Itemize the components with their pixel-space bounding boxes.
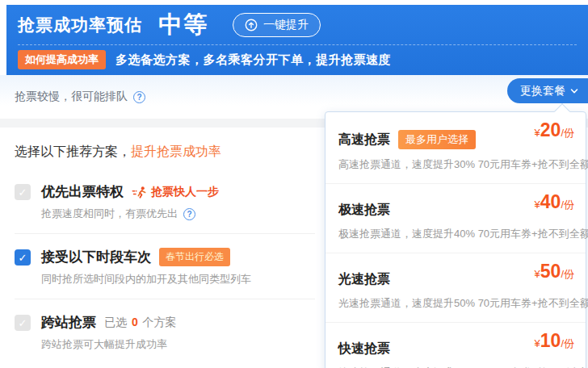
priority-desc-text: 抢票速度相同时，有票优先出	[41, 207, 178, 221]
queue-status-text: 抢票较慢，很可能排队	[15, 90, 128, 104]
package-item-highspeed[interactable]: 高速抢票 最多用户选择 高速抢票通道，速度提升30% 70元用车券+抢不到全额退…	[326, 112, 586, 184]
priority-checkbox[interactable]: ✓	[15, 184, 31, 200]
boost-button-label: 一键提升	[263, 18, 309, 32]
selected-suffix: 个方案	[143, 316, 177, 328]
page-title: 抢票成功率预估	[18, 14, 142, 36]
currency-symbol: ¥	[535, 268, 540, 280]
timeslot-content: 接受以下时段车次 春节出行必选 同时抢所选时间段内的加开及其他同类型列车	[41, 248, 251, 286]
extreme-price: ¥40/份	[535, 191, 574, 213]
price-unit: /份	[561, 337, 574, 349]
fast-name: 快速抢票	[338, 341, 390, 358]
currency-symbol: ¥	[535, 199, 540, 211]
priority-badge-label: 抢票快人一步	[151, 185, 219, 199]
cross-station-desc-text: 跨站抢票可大幅提升成功率	[41, 337, 167, 352]
cross-station-checkbox[interactable]: ✓	[15, 315, 31, 331]
package-item-lightspeed[interactable]: 光速抢票 光速抢票通道，速度提升50% 70元用车券+抢不到全额退款 ¥50/份	[326, 253, 586, 323]
grab-ticket-page: 抢票成功率预估 中等 一键提升 如何提高成功率 多选备选方案，多名乘客分开下单，…	[0, 0, 588, 368]
option-cross-station: ✓ 跨站抢票 已选 0 个方案 跨站抢票可大幅提升成功率	[15, 299, 315, 364]
priority-help-icon[interactable]: ?	[183, 208, 195, 220]
timeslot-desc: 同时抢所选时间段内的加开及其他同类型列车	[41, 272, 251, 286]
extreme-name: 极速抢票	[338, 202, 390, 219]
timeslot-checkbox[interactable]: ✓	[15, 249, 31, 266]
most-popular-badge: 最多用户选择	[398, 130, 476, 149]
selected-count: 0	[130, 316, 140, 328]
header-title-row: 抢票成功率预估 中等 一键提升	[18, 5, 577, 44]
option-accept-timeslot: ✓ 接受以下时段车次 春节出行必选 同时抢所选时间段内的加开及其他同类型列车	[15, 234, 315, 299]
cross-station-desc: 跨站抢票可大幅提升成功率	[41, 337, 177, 352]
price-value: 50	[540, 261, 561, 282]
check-icon: ✓	[19, 253, 27, 263]
recommend-heading: 选择以下推荐方案，提升抢票成功率	[15, 144, 325, 161]
check-icon: ✓	[19, 318, 27, 328]
option-priority-ticket: ✓ 优先出票特权 抢票快人一步 抢票速度相同时，有票	[15, 169, 315, 234]
recommend-section: 选择以下推荐方案，提升抢票成功率 ✓ 优先出票特权 抢票快人一步	[0, 128, 325, 368]
price-value: 10	[540, 330, 561, 351]
extreme-desc: 极速抢票通道，速度提升40% 70元用车券+抢不到全额退款	[338, 227, 573, 241]
price-unit: /份	[561, 268, 574, 280]
cross-station-title: 跨站抢票	[41, 313, 96, 332]
selected-prefix: 已选	[104, 316, 127, 328]
timeslot-title-line: 接受以下时段车次 春节出行必选	[41, 248, 251, 266]
cross-station-title-line: 跨站抢票 已选 0 个方案	[41, 313, 177, 332]
chevron-down-icon	[570, 87, 578, 95]
priority-content: 优先出票特权 抢票快人一步 抢票速度相同时，有票优先出 ?	[41, 182, 219, 221]
change-package-label: 更换套餐	[520, 84, 565, 98]
price-value: 40	[540, 191, 561, 212]
fast-price: ¥10/份	[535, 330, 574, 352]
package-item-fast[interactable]: 快速抢票 快速抢票通道，速度提升25% 50元用车券+抢不到全额退款 ¥10/份	[326, 323, 586, 368]
priority-desc: 抢票速度相同时，有票优先出 ?	[41, 207, 219, 221]
timeslot-title: 接受以下时段车次	[41, 248, 151, 266]
recommend-heading-plain: 选择以下推荐方案，	[15, 144, 131, 158]
runner-icon	[132, 186, 148, 199]
price-value: 20	[540, 119, 561, 140]
queue-help-icon[interactable]: ?	[133, 91, 145, 103]
package-item-extreme[interactable]: 极速抢票 极速抢票通道，速度提升40% 70元用车券+抢不到全额退款 ¥40/份	[326, 184, 586, 253]
lightspeed-name: 光速抢票	[338, 271, 390, 288]
cross-station-selected-info: 已选 0 个方案	[104, 316, 177, 330]
how-to-improve-badge[interactable]: 如何提高成功率	[18, 50, 106, 69]
currency-symbol: ¥	[535, 337, 540, 349]
lightspeed-price: ¥50/份	[535, 261, 574, 282]
recommend-heading-highlight: 提升抢票成功率	[131, 144, 221, 158]
priority-badge: 抢票快人一步	[132, 185, 219, 199]
check-icon: ✓	[19, 187, 27, 198]
boost-up-icon	[245, 19, 258, 31]
priority-title: 优先出票特权	[41, 182, 124, 201]
package-dropdown-panel: 高速抢票 最多用户选择 高速抢票通道，速度提升30% 70元用车券+抢不到全额退…	[325, 111, 586, 368]
cross-station-content: 跨站抢票 已选 0 个方案 跨站抢票可大幅提升成功率	[41, 313, 177, 352]
timeslot-desc-text: 同时抢所选时间段内的加开及其他同类型列车	[41, 272, 251, 286]
timeslot-badge: 春节出行必选	[159, 248, 230, 266]
price-unit: /份	[561, 199, 574, 211]
one-click-boost-button[interactable]: 一键提升	[233, 13, 321, 37]
highspeed-price: ¥20/份	[535, 119, 574, 141]
highspeed-desc: 高速抢票通道，速度提升30% 70元用车券+抢不到全额退款	[338, 157, 573, 172]
success-rate-level: 中等	[158, 9, 208, 41]
header-tip-row: 如何提高成功率 多选备选方案，多名乘客分开下单，提升抢票速度	[18, 45, 577, 74]
change-package-button[interactable]: 更换套餐	[507, 78, 588, 103]
price-unit: /份	[561, 127, 574, 139]
priority-title-line: 优先出票特权 抢票快人一步	[41, 182, 219, 201]
success-rate-header: 抢票成功率预估 中等 一键提升 如何提高成功率 多选备选方案，多名乘客分开下单，…	[6, 5, 588, 75]
lightspeed-desc: 光速抢票通道，速度提升50% 70元用车券+抢不到全额退款	[338, 296, 573, 311]
highspeed-name: 高速抢票	[338, 132, 390, 148]
tip-text: 多选备选方案，多名乘客分开下单，提升抢票速度	[116, 52, 391, 68]
currency-symbol: ¥	[535, 127, 540, 139]
